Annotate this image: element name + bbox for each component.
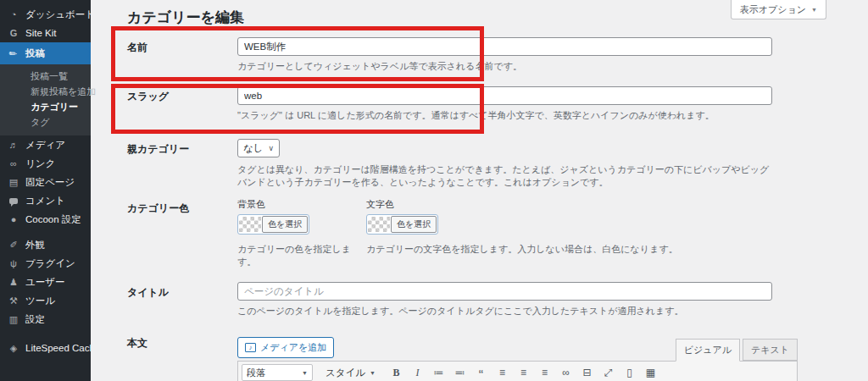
sidebar-item-label: リンク — [25, 157, 55, 170]
transparent-swatch — [368, 217, 390, 232]
paragraph-format-select[interactable]: 段落 ▼ — [242, 364, 313, 381]
submenu-item-categories[interactable]: カテゴリー — [0, 99, 91, 114]
sidebar-item-posts[interactable]: ✎ 投稿 — [0, 42, 91, 64]
chevron-down-icon: ▼ — [811, 7, 817, 13]
parent-category-label: 親カテゴリー — [127, 139, 237, 190]
submenu-item-tags[interactable]: タグ — [0, 114, 91, 130]
name-label: 名前 — [127, 37, 237, 73]
sidebar-item-label: 投稿 — [25, 47, 45, 60]
numbered-list-button[interactable]: ≕ — [450, 364, 470, 381]
link-button[interactable]: ∞ — [556, 364, 576, 381]
menu-separator — [0, 329, 91, 339]
wrench-icon: ⚒ — [8, 295, 19, 306]
name-row: 名前 カテゴリーとしてウィジェットやラベル等で表示される名前です。 — [127, 37, 772, 73]
add-media-button[interactable]: ♪ メディアを追加 — [237, 337, 334, 358]
paragraph-format-value: 段落 — [247, 367, 265, 379]
sidebar-item-dashboard[interactable]: ◔ ダッシュボード — [0, 5, 91, 24]
page-title-input[interactable] — [237, 282, 772, 301]
submenu-item-post-list[interactable]: 投稿一覧 — [0, 69, 91, 84]
text-color-description: カテゴリーの文字色を指定します。入力しない場合は、白色になります。 — [366, 243, 772, 256]
slug-row: スラッグ "スラッグ" は URL に適した形式の名前です。通常はすべて半角小文… — [127, 86, 772, 122]
transparent-swatch — [239, 217, 261, 232]
sidebar-item-litespeed-cache[interactable]: ◈ LiteSpeed Cache — [0, 339, 91, 357]
background-color-label: 背景色 — [237, 198, 366, 211]
sidebar-item-settings[interactable]: ▥ 設定 — [0, 310, 91, 329]
tab-text[interactable]: テキスト — [743, 339, 798, 361]
category-color-row: カテゴリー色 背景色 色を選択 カテゴリーの色を指定します。 文字色 色を選択 — [127, 198, 772, 269]
sidebar-item-label: プラグイン — [25, 257, 75, 270]
dashboard-icon: ◔ — [8, 9, 19, 19]
bold-button[interactable]: B — [387, 364, 406, 381]
screen-options-label: 表示オプション — [740, 3, 806, 16]
sidebar-item-label: メディア — [25, 139, 65, 152]
text-color-select-button[interactable]: 色を選択 — [391, 216, 437, 233]
sidebar-item-tools[interactable]: ⚒ ツール — [0, 291, 91, 310]
sidebar-item-cocoon-settings[interactable]: ● Cocoon 設定 — [0, 210, 91, 229]
tab-visual[interactable]: ビジュアル — [676, 339, 740, 362]
styles-dropdown[interactable]: スタイル ▼ — [320, 364, 381, 381]
sliders-icon: ▥ — [8, 314, 19, 325]
page-title: カテゴリーを編集 — [127, 8, 244, 27]
chevron-down-icon: ▼ — [302, 370, 308, 376]
slug-description: "スラッグ" は URL に適した形式の名前です。通常はすべて半角小文字で、英数… — [237, 109, 772, 122]
screen-options-button[interactable]: 表示オプション ▼ — [731, 0, 826, 19]
chevron-down-icon: ▼ — [370, 370, 376, 376]
speech-bubble-icon — [8, 196, 19, 206]
sidebar-item-label: ユーザー — [25, 276, 65, 289]
chain-link-icon: ∞ — [8, 158, 19, 168]
sidebar-item-pages[interactable]: ▤ 固定ページ — [0, 173, 91, 191]
read-more-button[interactable]: ⊟ — [577, 364, 597, 381]
slug-input[interactable] — [237, 86, 772, 105]
background-color-picker[interactable]: 色を選択 — [237, 214, 309, 235]
person-icon: ♟ — [8, 277, 19, 288]
content-editor: ♪ メディアを追加 ビジュアル テキスト 段落 ▼ スタイル ▼ B I — [237, 333, 798, 381]
admin-sidebar: ◔ ダッシュボード G Site Kit ✎ 投稿 投稿一覧 新規投稿を追加 カ… — [0, 0, 91, 381]
toolbar-toggle-button[interactable]: ▦ — [641, 364, 660, 381]
editor-toolbar: 段落 ▼ スタイル ▼ B I ≔ ≕ “ ≡ ≡ ≡ ∞ ⊟ ⤢ ▯ ▦ — [237, 361, 798, 381]
sidebar-item-label: ツール — [25, 295, 55, 307]
sidebar-item-plugins[interactable]: ψ プラグイン — [0, 254, 91, 273]
align-left-button[interactable]: ≡ — [492, 364, 512, 381]
text-color-picker[interactable]: 色を選択 — [366, 214, 438, 235]
background-color-select-button[interactable]: 色を選択 — [262, 216, 308, 233]
sidebar-item-label: 外観 — [25, 239, 45, 251]
chevron-down-icon: ∨ — [269, 144, 275, 152]
paste-text-button[interactable]: ▯ — [620, 364, 639, 381]
media-icon: ♪ — [245, 343, 256, 352]
plug-icon: ψ — [8, 258, 19, 268]
sidebar-item-label: 設定 — [25, 313, 45, 326]
category-color-label: カテゴリー色 — [127, 198, 237, 269]
align-center-button[interactable]: ≡ — [514, 364, 533, 381]
litespeed-diamond-icon: ◈ — [8, 343, 19, 354]
parent-category-selected-value: なし — [243, 142, 264, 155]
sidebar-item-label: LiteSpeed Cache — [25, 343, 100, 353]
parent-category-select[interactable]: なし ∨ — [237, 139, 280, 157]
background-color-description: カテゴリーの色を指定します。 — [237, 243, 360, 269]
sidebar-item-site-kit[interactable]: G Site Kit — [0, 24, 91, 42]
sidebar-item-media[interactable]: ♬ メディア — [0, 135, 91, 154]
posts-submenu: 投稿一覧 新規投稿を追加 カテゴリー タグ — [0, 64, 91, 135]
slug-label: スラッグ — [127, 86, 237, 122]
sidebar-item-links[interactable]: ∞ リンク — [0, 154, 91, 173]
body-row: 本文 ♪ メディアを追加 ビジュアル テキスト 段落 ▼ スタイル — [127, 333, 798, 381]
title-description: このページのタイトルを指定します。ページのタイトルタグにここで入力したテキストが… — [237, 305, 772, 318]
align-right-button[interactable]: ≡ — [535, 364, 554, 381]
circle-icon: ● — [8, 214, 19, 224]
body-label: 本文 — [127, 333, 237, 381]
fullscreen-button[interactable]: ⤢ — [598, 364, 618, 381]
sidebar-item-appearance[interactable]: ✐ 外観 — [0, 235, 91, 254]
name-description: カテゴリーとしてウィジェットやラベル等で表示される名前です。 — [237, 60, 772, 73]
blockquote-button[interactable]: “ — [471, 364, 491, 381]
styles-label: スタイル — [326, 367, 365, 379]
name-input[interactable] — [237, 37, 772, 56]
sidebar-item-comments[interactable]: コメント — [0, 191, 91, 210]
bulleted-list-button[interactable]: ≔ — [429, 364, 448, 381]
parent-category-description: タグとは異なり、カテゴリーは階層構造を持つことができます。たとえば、ジャズという… — [237, 163, 772, 190]
sidebar-item-label: 固定ページ — [25, 176, 75, 189]
italic-button[interactable]: I — [408, 364, 427, 381]
sidebar-item-label: コメント — [25, 195, 65, 207]
title-label: タイトル — [127, 282, 237, 318]
sidebar-item-label: Site Kit — [25, 28, 56, 38]
sidebar-item-users[interactable]: ♟ ユーザー — [0, 273, 91, 291]
submenu-item-add-post[interactable]: 新規投稿を追加 — [0, 84, 91, 99]
